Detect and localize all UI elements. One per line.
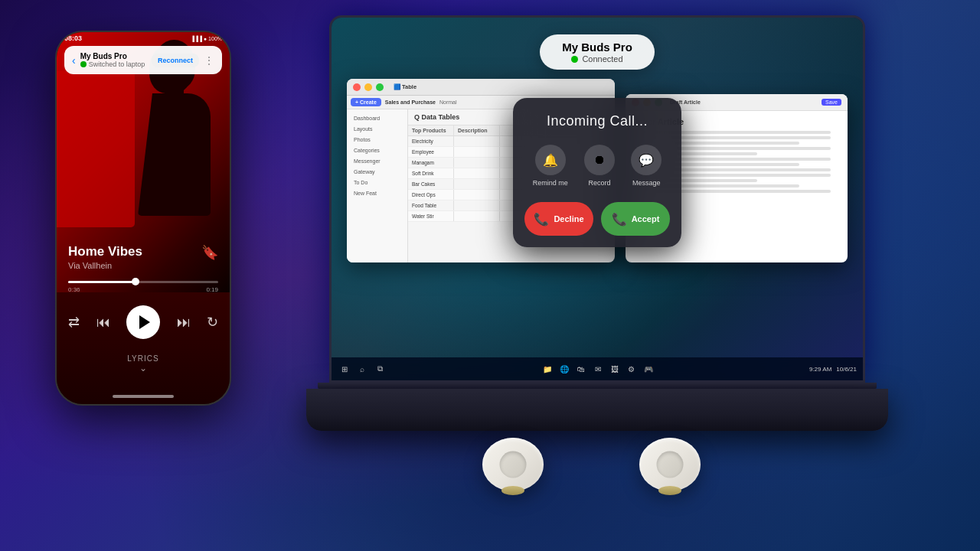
connected-dot-laptop — [571, 56, 578, 63]
cell-2: Employee — [408, 147, 454, 157]
song-artist: Via Vallhein — [68, 261, 142, 270]
repeat-button[interactable]: ↻ — [207, 314, 218, 331]
record-icon: ⏺ — [584, 145, 615, 175]
notification-subtitle: Switched to laptop — [80, 60, 147, 68]
progress-thumb[interactable] — [132, 278, 139, 285]
window-title: 🟦 Table — [394, 83, 416, 90]
sidebar-item-messenger[interactable]: Messenger — [351, 156, 403, 166]
taskbar-time: 9:29 AM — [809, 366, 831, 373]
call-action-record[interactable]: ⏺ Record — [584, 145, 615, 187]
file-explorer-icon[interactable]: 📁 — [541, 362, 554, 376]
sidebar-item-gateway[interactable]: Gateway — [351, 167, 403, 177]
window-sidebar: Dashboard Layouts Photos Categories Mess… — [347, 109, 408, 262]
more-icon[interactable]: ⋮ — [204, 54, 214, 67]
sidebar-item-new[interactable]: New Feat — [351, 188, 403, 198]
reconnect-button[interactable]: Reconnect — [152, 54, 199, 67]
home-indicator[interactable] — [113, 395, 174, 398]
right-earbud-inner — [657, 452, 684, 478]
edge-icon[interactable]: 🌐 — [557, 362, 571, 376]
cell-1: Electricity — [408, 136, 454, 146]
desktop-taskbar: ⊞ ⌕ ⧉ 📁 🌐 🛍 ✉ 🖼 ⚙ 🎮 9:29 AM 10/6/21 — [332, 357, 863, 380]
buds-pro-pill: My Buds Pro Connected — [540, 34, 655, 70]
laptop-screen-frame: My Buds Pro Connected 🟦 Table — [329, 15, 865, 383]
shuffle-button[interactable]: ⇄ — [68, 314, 80, 331]
signal-icon: ▐▐▐ — [191, 36, 202, 41]
phone-screen: 08:03 ▐▐▐ ● 100% ‹ My Buds Pro Switched … — [57, 32, 230, 404]
buds-pill-name: My Buds Pro — [562, 41, 632, 54]
notification-text: Switched to laptop — [89, 60, 145, 68]
phone-notification[interactable]: ‹ My Buds Pro Switched to laptop Reconne… — [64, 46, 222, 74]
play-icon — [139, 315, 150, 329]
next-button[interactable]: ⏭ — [177, 315, 191, 331]
lyrics-section[interactable]: LYRICS ⌄ — [57, 354, 230, 373]
taskbar-date: 10/6/21 — [836, 366, 857, 373]
sidebar-item-todo[interactable]: To Do — [351, 178, 403, 187]
accept-phone-icon: 📞 — [612, 212, 627, 227]
progress-current: 0:36 — [68, 286, 80, 293]
right-earbud — [639, 438, 712, 499]
song-title: Home Vibes — [68, 244, 142, 259]
sidebar-item-categories[interactable]: Categories — [351, 145, 403, 155]
call-action-message[interactable]: 💬 Message — [631, 145, 662, 187]
screen-windows: 🟦 Table + Create Sales and Purchase Norm… — [347, 79, 848, 354]
sidebar-item-dashboard[interactable]: Dashboard — [351, 113, 403, 123]
connected-dot — [80, 61, 87, 67]
left-earbud-ring — [501, 486, 524, 495]
progress-bar[interactable] — [68, 281, 218, 283]
mail-icon[interactable]: ✉ — [591, 362, 605, 376]
lyrics-chevron-icon[interactable]: ⌄ — [57, 363, 230, 373]
cell-4: Soft Drink — [408, 168, 454, 178]
toolbar-tab-active[interactable]: Sales and Purchase — [385, 99, 436, 105]
progress-container[interactable]: 0:36 0:19 — [68, 281, 218, 293]
call-actions: 🔔 Remind me ⏺ Record 💬 Message — [524, 145, 670, 187]
windows-icon[interactable]: ⊞ — [338, 362, 351, 376]
create-button[interactable]: + Create — [351, 98, 381, 106]
doc-save-btn[interactable]: Save — [822, 99, 841, 106]
left-earbud — [482, 438, 555, 499]
phone-device: 08:03 ▐▐▐ ● 100% ‹ My Buds Pro Switched … — [55, 31, 231, 406]
settings-icon[interactable]: ⚙ — [625, 362, 639, 376]
xbox-icon[interactable]: 🎮 — [642, 362, 655, 376]
accept-label: Accept — [632, 214, 660, 223]
decline-button[interactable]: 📞 Decline — [524, 202, 593, 236]
decline-label: Decline — [554, 214, 583, 223]
maximize-button[interactable] — [376, 83, 384, 91]
call-answer-buttons: 📞 Decline 📞 Accept — [524, 202, 670, 236]
phone-statusbar: 08:03 ▐▐▐ ● 100% — [64, 34, 222, 42]
toolbar-tab[interactable]: Normal — [439, 99, 457, 105]
cell-6: Direct Ops — [408, 190, 454, 200]
store-icon[interactable]: 🛍 — [574, 362, 588, 376]
call-action-remind[interactable]: 🔔 Remind me — [533, 145, 568, 187]
task-view-icon[interactable]: ⧉ — [373, 362, 387, 376]
notification-title: My Buds Pro — [80, 52, 147, 60]
playback-controls: ⇄ ⏮ ⏭ ↻ — [68, 305, 218, 339]
lyrics-label: LYRICS — [57, 354, 230, 363]
decline-phone-icon: 📞 — [534, 212, 549, 227]
photos-icon[interactable]: 🖼 — [608, 362, 622, 376]
play-button[interactable] — [126, 305, 160, 339]
wifi-icon: ● — [204, 36, 207, 41]
record-label: Record — [588, 179, 610, 187]
cell-7: Food Table — [408, 201, 454, 210]
left-earbud-inner — [500, 452, 527, 478]
sidebar-item-photos[interactable]: Photos — [351, 135, 403, 145]
cell-5: Bar Cakes — [408, 179, 454, 189]
notification-content: My Buds Pro Switched to laptop — [80, 52, 147, 68]
prev-button[interactable]: ⏮ — [96, 315, 110, 331]
incoming-call-dialog: Incoming Call... 🔔 Remind me ⏺ Record 💬 — [513, 98, 681, 247]
message-label: Message — [632, 179, 661, 187]
accept-button[interactable]: 📞 Accept — [601, 202, 670, 236]
cell-8: Water Stir — [408, 211, 454, 221]
music-info: Home Vibes Via Vallhein 🔖 — [68, 244, 218, 270]
earbuds-container — [482, 438, 712, 499]
back-arrow-icon[interactable]: ‹ — [72, 54, 76, 67]
buds-pill-status: Connected — [571, 54, 622, 64]
progress-times: 0:36 0:19 — [68, 286, 218, 293]
minimize-button[interactable] — [364, 83, 372, 91]
search-taskbar-icon[interactable]: ⌕ — [355, 362, 369, 376]
silhouette-body — [138, 93, 211, 216]
bookmark-icon[interactable]: 🔖 — [201, 244, 218, 261]
remind-icon: 🔔 — [535, 145, 566, 175]
sidebar-item-layouts[interactable]: Layouts — [351, 124, 403, 134]
close-button[interactable] — [353, 83, 361, 91]
